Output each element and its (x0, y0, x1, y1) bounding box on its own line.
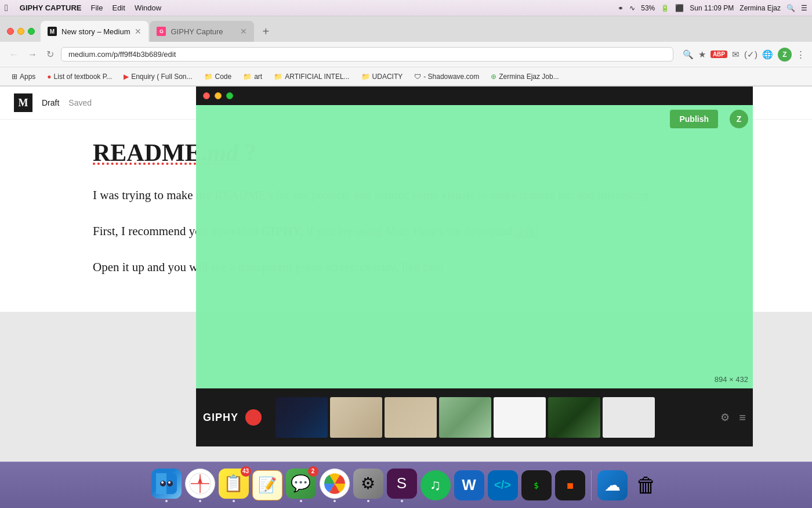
app-name[interactable]: GIPHY CAPTURE (20, 3, 82, 12)
tab-close-medium[interactable]: ✕ (135, 27, 142, 36)
dock-item-spotify[interactable]: ♫ (420, 470, 451, 500)
browser-chrome: M New story – Medium ✕ G GIPHY Capture ✕… (0, 16, 812, 87)
notes-icon: 📋 43 (219, 469, 249, 499)
bookmark-udacity[interactable]: 📁 UDACITY (357, 71, 408, 82)
dock-item-terminal[interactable]: $ (521, 470, 552, 500)
youtube-icon: ▶ (124, 73, 129, 81)
bookmark-enquiry[interactable]: ▶ Enquiry ( Full Son... (119, 71, 197, 82)
bookmark-textbook[interactable]: ● List of textbook P... (42, 71, 117, 82)
svg-point-5 (168, 481, 171, 484)
dock-separator (591, 470, 592, 500)
slack-dot (401, 500, 403, 502)
battery-icon: 🔋 (661, 4, 669, 12)
bookmark-code[interactable]: 📁 Code (200, 71, 237, 82)
bookmark-shadowave[interactable]: 🛡 - Shadowave.com (409, 71, 484, 82)
dock-item-word[interactable]: W (454, 470, 484, 500)
thumbnail-5[interactable] (494, 397, 546, 438)
dock-item-messages[interactable]: 💬 2 (286, 469, 316, 502)
dock-item-finder[interactable] (151, 469, 182, 502)
giphy-record-button[interactable] (245, 409, 262, 426)
dock-item-trash[interactable]: 🗑 (631, 470, 661, 500)
dock-item-syspref[interactable]: ⚙ (353, 469, 383, 502)
minimize-button[interactable] (17, 28, 24, 35)
bookmark-star-icon[interactable]: ★ (698, 49, 706, 60)
bookmark-enquiry-label: Enquiry ( Full Son... (131, 73, 192, 81)
folder-ai-icon: 📁 (274, 73, 282, 81)
adblock-badge[interactable]: ABP (710, 51, 727, 58)
giphy-bottom-bar: GIPHY ⚙ ≡ (196, 388, 753, 446)
thumbnail-3[interactable] (385, 397, 437, 438)
safari-dot (199, 500, 201, 502)
url-bar-area: ← → ↻ medium.com/p/ff9ff4b3b689/edit 🔍 ★… (0, 42, 812, 67)
search-icon[interactable]: 🔍 (683, 49, 694, 60)
finder-dot (165, 500, 168, 502)
slack-icon: S (387, 469, 417, 499)
bluetooth-icon: ⚭ (618, 4, 624, 12)
bookmark-udacity-label: UDACITY (372, 73, 403, 81)
list-icon[interactable]: ☰ (801, 4, 807, 12)
thumbnail-strip (276, 397, 716, 438)
dock-item-notes2[interactable]: 📝 (252, 470, 282, 500)
medium-status: Draft Saved (42, 98, 92, 107)
extension2-icon[interactable]: (✓) (744, 49, 757, 60)
thumbnail-7[interactable] (603, 397, 655, 438)
bookmark-art[interactable]: 📁 art (238, 71, 267, 82)
close-button[interactable] (7, 28, 14, 35)
giphy-minimize[interactable] (215, 92, 222, 99)
dock-item-jetbrains[interactable]: ◼ (555, 470, 585, 500)
thumbnail-6[interactable] (548, 397, 600, 438)
publish-button[interactable]: Publish (670, 110, 718, 128)
dock-item-notes[interactable]: 📋 43 (219, 469, 249, 502)
bookmark-ai[interactable]: 📁 ARTIFICIAL INTEL... (269, 71, 354, 82)
dock-item-chrome[interactable] (320, 469, 350, 502)
spotify-icon: ♫ (420, 470, 451, 500)
tab-giphy[interactable]: G GIPHY Capture ✕ (150, 21, 254, 42)
wifi-icon: ∿ (629, 4, 635, 12)
tab-medium[interactable]: M New story – Medium ✕ (41, 21, 148, 42)
extension-icon[interactable]: ✉ (732, 49, 740, 60)
tab-favicon-medium: M (48, 27, 57, 36)
menu-window[interactable]: Window (135, 3, 161, 12)
more-options-icon[interactable]: ⋮ (796, 49, 805, 60)
thumbnail-2[interactable] (330, 397, 382, 438)
display-icon: ⬛ (675, 4, 684, 12)
trash-icon: 🗑 (631, 470, 661, 500)
forward-button[interactable]: → (26, 47, 39, 62)
textbook-icon: ● (47, 73, 51, 81)
folder-udacity-icon: 📁 (361, 73, 370, 81)
extension3-icon[interactable]: 🌐 (762, 49, 773, 60)
tab-close-giphy[interactable]: ✕ (240, 27, 247, 36)
bookmark-apps[interactable]: ⊞ Apps (7, 71, 40, 82)
menu-edit[interactable]: Edit (112, 3, 125, 12)
dock-item-safari[interactable] (185, 469, 215, 502)
search-icon[interactable]: 🔍 (786, 4, 795, 12)
dock-item-slack[interactable]: S (387, 469, 417, 502)
giphy-capture-area: Publish Z 894 × 432 (196, 105, 753, 388)
giphy-menu-icon[interactable]: ≡ (739, 411, 746, 424)
refresh-button[interactable]: ↻ (44, 46, 56, 62)
notes2-icon: 📝 (252, 470, 282, 500)
messages-icon: 💬 2 (286, 469, 316, 499)
user-avatar[interactable]: Z (778, 48, 792, 62)
menu-file[interactable]: File (91, 3, 103, 12)
back-button[interactable]: ← (7, 47, 21, 62)
dock-item-vscode[interactable]: </> (488, 470, 518, 500)
url-bar[interactable]: medium.com/p/ff9ff4b3b689/edit (61, 47, 673, 62)
apple-menu[interactable]:  (5, 3, 8, 13)
bookmark-zermina-label: Zermina Ejaz Job... (499, 73, 559, 81)
giphy-maximize[interactable] (226, 92, 233, 99)
saved-status: Saved (68, 98, 92, 107)
shield-icon: 🛡 (414, 73, 421, 81)
thumbnail-1[interactable] (276, 397, 328, 438)
giphy-close[interactable] (203, 92, 210, 99)
new-tab-button[interactable]: + (258, 25, 274, 38)
bookmark-art-label: art (254, 73, 262, 81)
giphy-settings-icon[interactable]: ⚙ (720, 411, 730, 424)
maximize-button[interactable] (28, 28, 35, 35)
menubar:  GIPHY CAPTURE File Edit Window ⚭ ∿ 53%… (0, 0, 812, 16)
dock-item-icloud[interactable]: ☁ (597, 470, 628, 500)
thumbnail-4[interactable] (439, 397, 491, 438)
apps-icon: ⊞ (12, 73, 17, 81)
dimensions-label: 894 × 432 (715, 375, 748, 384)
bookmark-zermina[interactable]: ⊕ Zermina Ejaz Job... (486, 71, 563, 82)
